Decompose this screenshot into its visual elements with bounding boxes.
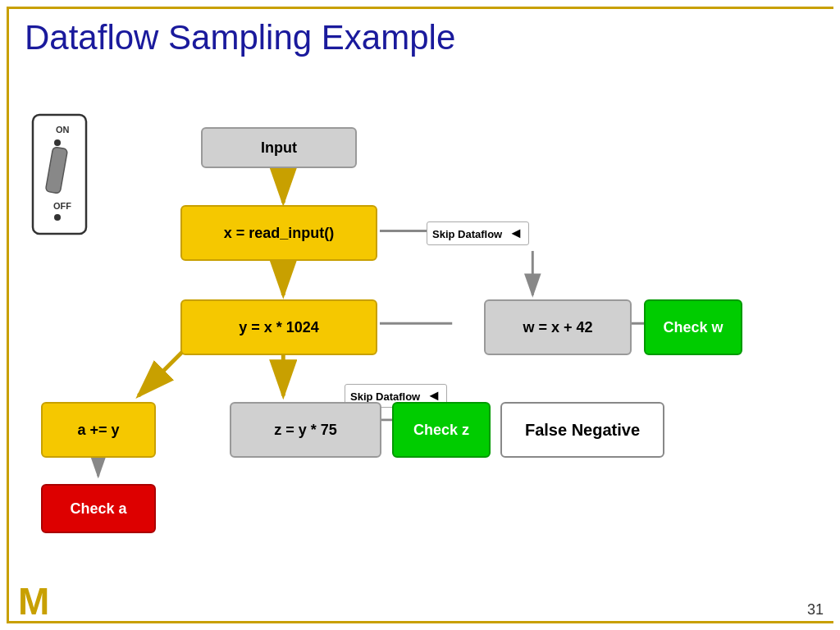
z-compute-box: z = y * 75 xyxy=(230,402,381,458)
w-compute-box: w = x + 42 xyxy=(484,299,632,355)
svg-text:OFF: OFF xyxy=(53,201,71,211)
svg-point-16 xyxy=(54,139,61,146)
um-logo: M xyxy=(16,582,66,619)
svg-text:M: M xyxy=(18,582,49,619)
bottom-border xyxy=(7,621,833,623)
top-border xyxy=(7,7,833,9)
check-w-box: Check w xyxy=(644,299,742,355)
slide-title: Dataflow Sampling Example xyxy=(25,18,455,57)
skip-dataflow-1: Skip Dataflow ◄ xyxy=(427,221,529,245)
accumulate-box: a += y xyxy=(41,402,156,458)
false-negative-box: False Negative xyxy=(500,402,664,458)
check-z-box: Check z xyxy=(392,402,491,458)
left-border xyxy=(7,7,9,623)
flowchart-area: Input x = read_input() Skip Dataflow ◄ y… xyxy=(25,82,815,581)
page-number: 31 xyxy=(807,601,824,619)
multiply-box: y = x * 1024 xyxy=(180,299,377,355)
input-box: Input xyxy=(201,127,357,168)
read-input-box: x = read_input() xyxy=(180,205,377,261)
switch-icon: ON OFF xyxy=(25,107,107,246)
svg-text:ON: ON xyxy=(56,125,70,135)
check-a-box: Check a xyxy=(41,484,156,533)
svg-point-19 xyxy=(54,214,61,221)
